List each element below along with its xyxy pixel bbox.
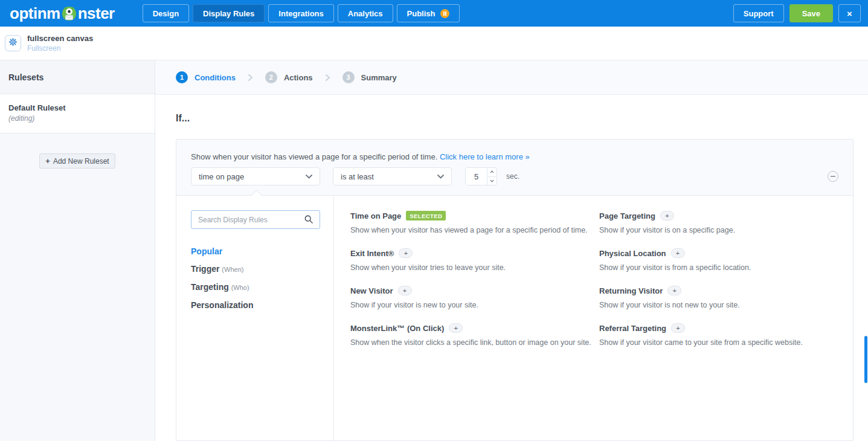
rule-time-on-page[interactable]: Time on Page SELECTED Show when your vis… xyxy=(350,211,592,234)
step-conditions[interactable]: 1 Conditions xyxy=(176,71,236,83)
save-button[interactable]: Save xyxy=(789,4,833,22)
page-scrollbar-thumb[interactable] xyxy=(864,336,867,383)
add-new-ruleset-label: Add New Ruleset xyxy=(53,157,109,166)
rules-column-right: Page Targeting + Show if your visitor is… xyxy=(599,211,841,361)
navbar-right-actions: Support Save × xyxy=(733,4,861,22)
category-label: Popular xyxy=(191,246,222,256)
remove-condition-button[interactable] xyxy=(828,171,838,182)
category-suffix: (When) xyxy=(222,266,243,273)
stepper-up-button[interactable] xyxy=(487,168,497,177)
conditions-content: If... Show when your visitor has viewed … xyxy=(155,95,868,441)
tab-analytics[interactable]: Analytics xyxy=(338,4,393,22)
category-trigger[interactable]: Trigger (When) xyxy=(191,264,319,275)
comparison-select[interactable]: is at least xyxy=(333,167,452,185)
rule-title: Physical Location xyxy=(599,249,666,258)
tab-design[interactable]: Design xyxy=(143,4,189,22)
chevron-right-icon xyxy=(248,74,253,82)
search-box xyxy=(191,210,319,229)
monster-mascot-icon xyxy=(61,5,77,22)
support-button-label: Support xyxy=(744,9,774,18)
condition-panel: Show when your visitor has viewed a page… xyxy=(176,139,854,441)
add-rule-plus-icon[interactable]: + xyxy=(671,323,685,333)
rules-column-left: Time on Page SELECTED Show when your vis… xyxy=(350,211,592,361)
step-2-circle: 2 xyxy=(265,71,277,83)
rule-title: Exit Intent® xyxy=(350,249,394,258)
condition-controls: time on page is at least xyxy=(191,167,838,185)
seconds-unit-label: sec. xyxy=(506,172,519,181)
selected-badge: SELECTED xyxy=(406,211,446,220)
rule-categories: Popular Trigger (When) Targeting (Who) xyxy=(191,246,319,311)
rule-description: Show when your visitor has viewed a page… xyxy=(350,226,592,234)
rule-type-value: time on page xyxy=(199,172,244,181)
ruleset-item-default[interactable]: Default Ruleset (editing) xyxy=(0,94,155,134)
rules-grid: Time on Page SELECTED Show when your vis… xyxy=(334,196,853,440)
rule-referral-targeting[interactable]: Referral Targeting + Show if your visito… xyxy=(599,323,841,347)
rule-type-select[interactable]: time on page xyxy=(191,167,320,185)
publish-paused-status-icon xyxy=(440,9,449,18)
rule-description: Show when the visitor clicks a specific … xyxy=(350,338,592,347)
tab-analytics-label: Analytics xyxy=(348,9,383,18)
chevron-down-icon xyxy=(437,175,444,179)
add-rule-plus-icon[interactable]: + xyxy=(667,286,681,295)
campaign-settings-button[interactable] xyxy=(5,35,21,51)
add-rule-plus-icon[interactable]: + xyxy=(449,323,463,333)
rules-browser: Popular Trigger (When) Targeting (Who) xyxy=(176,196,853,440)
rules-browser-sidebar: Popular Trigger (When) Targeting (Who) xyxy=(176,196,334,440)
steps-bar: 1 Conditions 2 Actions 3 Summary xyxy=(155,60,868,95)
tab-publish[interactable]: Publish xyxy=(397,4,460,22)
step-1-circle: 1 xyxy=(176,71,188,83)
category-suffix: (Who) xyxy=(231,284,249,291)
rule-description: Show if your visitor is not new to your … xyxy=(599,301,841,309)
stepper-buttons xyxy=(487,168,497,185)
step-1-label: Conditions xyxy=(194,73,236,82)
tab-display-rules-label: Display Rules xyxy=(203,9,254,18)
rule-exit-intent[interactable]: Exit Intent® + Show when your visitor tr… xyxy=(350,248,592,272)
add-rule-plus-icon[interactable]: + xyxy=(399,248,413,258)
step-actions[interactable]: 2 Actions xyxy=(265,71,313,83)
seconds-stepper xyxy=(465,167,497,185)
add-new-ruleset-button[interactable]: + Add New Ruleset xyxy=(39,153,115,169)
add-rule-plus-icon[interactable]: + xyxy=(660,211,674,220)
chevron-right-icon xyxy=(325,74,330,82)
tab-integrations[interactable]: Integrations xyxy=(268,4,333,22)
step-summary[interactable]: 3 Summary xyxy=(342,71,397,83)
tab-display-rules[interactable]: Display Rules xyxy=(193,4,265,22)
rule-title: Returning Visitor xyxy=(599,286,663,295)
rule-physical-location[interactable]: Physical Location + Show if your visitor… xyxy=(599,248,841,272)
rulesets-heading: Rulesets xyxy=(0,60,155,94)
close-builder-button[interactable]: × xyxy=(838,4,861,22)
seconds-input[interactable] xyxy=(466,168,487,185)
top-navbar: optinm nster Design Display Rules Integr… xyxy=(0,0,868,27)
rule-description: Show if your visitor is from a specific … xyxy=(599,263,841,272)
step-3-label: Summary xyxy=(361,73,397,82)
comparison-value: is at least xyxy=(341,172,374,181)
add-rule-plus-icon[interactable]: + xyxy=(398,286,412,295)
save-button-label: Save xyxy=(802,9,820,18)
tab-design-label: Design xyxy=(153,9,179,18)
search-icon xyxy=(304,215,313,226)
campaign-type-label: Fullscreen xyxy=(27,44,93,53)
rule-title: New Visitor xyxy=(350,286,393,295)
gear-icon xyxy=(8,37,18,49)
condition-row: Show when your visitor has viewed a page… xyxy=(176,140,853,196)
support-button[interactable]: Support xyxy=(733,4,784,22)
rule-new-visitor[interactable]: New Visitor + Show if your visitor is ne… xyxy=(350,286,592,309)
category-label: Trigger xyxy=(191,264,219,274)
rule-title: Time on Page xyxy=(350,211,401,220)
rule-returning-visitor[interactable]: Returning Visitor + Show if your visitor… xyxy=(599,286,841,309)
category-personalization[interactable]: Personalization xyxy=(191,300,319,311)
stepper-down-button[interactable] xyxy=(487,177,497,185)
rule-page-targeting[interactable]: Page Targeting + Show if your visitor is… xyxy=(599,211,841,234)
ruleset-editing-status: (editing) xyxy=(8,114,146,123)
category-targeting[interactable]: Targeting (Who) xyxy=(191,282,319,293)
rule-description: Show if your visitor is on a specific pa… xyxy=(599,226,841,234)
learn-more-link[interactable]: Click here to learn more » xyxy=(440,152,530,161)
rule-title: Page Targeting xyxy=(599,211,655,220)
step-3-circle: 3 xyxy=(342,71,355,83)
search-input[interactable] xyxy=(191,210,320,229)
category-popular[interactable]: Popular xyxy=(191,246,319,257)
optinmonster-logo: optinm nster xyxy=(10,4,115,23)
rule-title: MonsterLink™ (On Click) xyxy=(350,324,444,333)
rule-monsterlink[interactable]: MonsterLink™ (On Click) + Show when the … xyxy=(350,323,592,347)
add-rule-plus-icon[interactable]: + xyxy=(671,248,685,258)
